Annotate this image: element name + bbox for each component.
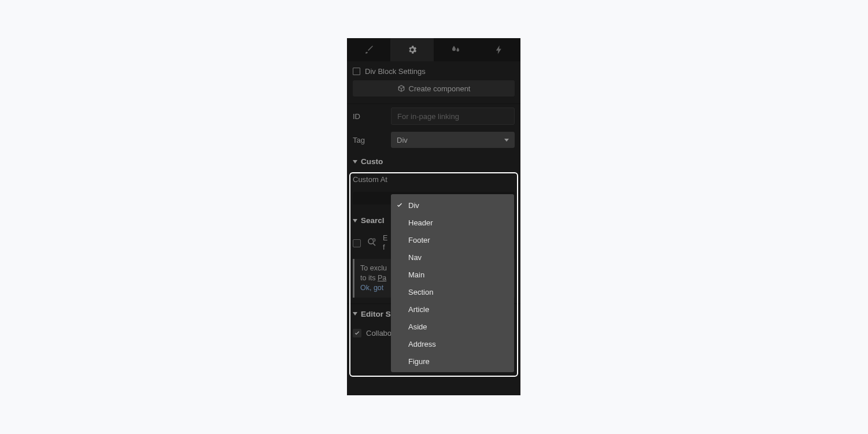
- tag-option-footer[interactable]: Footer: [391, 231, 514, 248]
- collapse-icon: [353, 160, 357, 164]
- collapse-icon: [353, 312, 357, 316]
- tag-dropdown: Div Header Footer Nav Main Section Artic…: [391, 194, 514, 372]
- page-link[interactable]: Pa: [378, 274, 386, 282]
- section-label: Searcl: [361, 216, 385, 225]
- collab-checkbox[interactable]: [353, 329, 361, 337]
- panel-header: Div Block Settings: [347, 61, 520, 80]
- tag-label: Tag: [353, 136, 385, 144]
- brush-icon: [364, 44, 374, 55]
- droplets-icon: [450, 44, 461, 55]
- exclude-checkbox[interactable]: [353, 239, 361, 247]
- chevron-down-icon: [504, 139, 509, 142]
- check-icon: [354, 330, 360, 336]
- collapse-icon: [353, 219, 357, 222]
- tag-option-aside[interactable]: Aside: [391, 318, 514, 335]
- search-minus-icon: [367, 237, 377, 249]
- check-icon: [396, 202, 404, 209]
- tag-option-header[interactable]: Header: [391, 214, 514, 231]
- create-component-button[interactable]: Create component: [353, 80, 515, 97]
- custom-attributes-header[interactable]: Custo: [347, 151, 520, 170]
- tab-interactions[interactable]: [477, 38, 520, 61]
- tab-settings[interactable]: [390, 38, 434, 61]
- svg-line-1: [373, 243, 375, 246]
- section-label: Custo: [361, 157, 383, 166]
- tag-option-nav[interactable]: Nav: [391, 248, 514, 266]
- tab-style[interactable]: [347, 38, 390, 61]
- tab-effects[interactable]: [434, 38, 477, 61]
- lightning-icon: [494, 44, 504, 55]
- div-block-icon: [353, 68, 360, 75]
- id-label: ID: [353, 112, 385, 121]
- tag-row: Tag Div: [347, 128, 520, 151]
- create-component-label: Create component: [409, 84, 471, 93]
- tag-option-section[interactable]: Section: [391, 283, 514, 301]
- tag-select[interactable]: Div: [391, 132, 515, 148]
- tag-option-main[interactable]: Main: [391, 266, 514, 283]
- ok-link[interactable]: Ok, got: [360, 284, 383, 292]
- custom-attr-label: Custom At: [347, 170, 520, 188]
- id-input[interactable]: [391, 107, 515, 125]
- panel-tabs: [347, 38, 520, 61]
- tag-selected-value: Div: [397, 136, 408, 144]
- tag-option-figure[interactable]: Figure: [391, 353, 514, 370]
- id-row: ID: [347, 104, 520, 128]
- tag-option-address[interactable]: Address: [391, 335, 514, 353]
- cube-icon: [397, 84, 405, 92]
- panel-title: Div Block Settings: [365, 67, 426, 76]
- tag-option-article[interactable]: Article: [391, 301, 514, 318]
- tag-option-div[interactable]: Div: [391, 196, 514, 214]
- gear-icon: [407, 44, 418, 55]
- exclude-text: E f: [383, 234, 387, 252]
